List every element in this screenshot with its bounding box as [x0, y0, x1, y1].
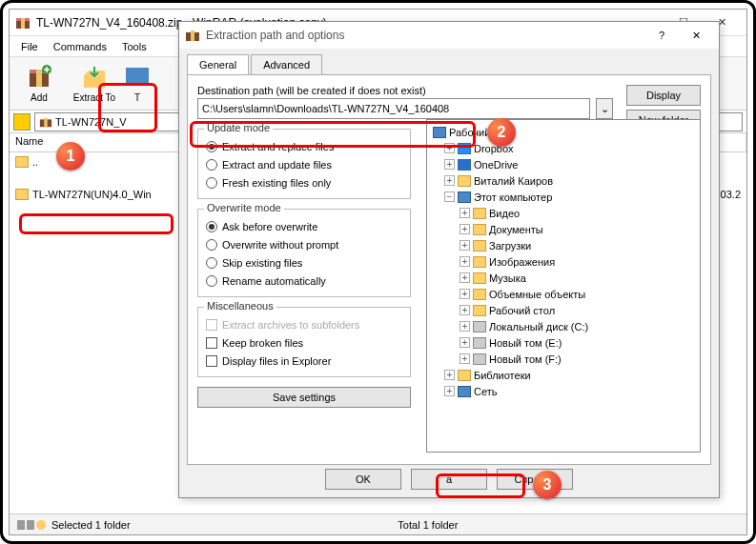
annotation-badge-3: 3: [533, 471, 562, 499]
tree-item-onedrive[interactable]: OneDrive: [474, 159, 518, 171]
tree-expand-icon[interactable]: +: [460, 240, 470, 251]
tree-expand-icon[interactable]: +: [460, 208, 470, 218]
cancel-button[interactable]: а: [411, 469, 487, 490]
toolbar-extract-to-button[interactable]: Extract To: [69, 59, 120, 109]
destination-path-input[interactable]: C:\Users\slamn\Downloads\TL-WN727N_V4_16…: [197, 98, 590, 119]
dialog-buttons: OK а Справка: [179, 469, 719, 490]
radio-extract-replace[interactable]: [206, 141, 217, 152]
tree-item-videos[interactable]: Видео: [489, 208, 520, 219]
svg-rect-10: [44, 117, 48, 127]
tree-expand-icon[interactable]: +: [460, 305, 470, 315]
folder-icon: [473, 272, 486, 284]
tree-collapse-icon[interactable]: −: [444, 191, 455, 202]
tree-expand-icon[interactable]: +: [444, 159, 455, 170]
tree-expand-icon[interactable]: +: [460, 353, 470, 364]
tree-expand-icon[interactable]: +: [444, 175, 455, 186]
radio-label: Rename automatically: [222, 275, 326, 287]
tree-expand-icon[interactable]: +: [460, 289, 470, 299]
dialog-help-button[interactable]: ?: [644, 30, 679, 41]
app-icon: [15, 15, 31, 30]
up-button[interactable]: [13, 113, 31, 131]
parent-folder-label: ..: [32, 156, 38, 168]
radio-skip-existing[interactable]: [206, 257, 217, 269]
tree-item-user[interactable]: Виталий Каиров: [474, 175, 553, 187]
toolbar-add-label: Add: [31, 92, 48, 103]
svg-rect-15: [191, 30, 194, 41]
tree-item-downloads[interactable]: Загрузки: [489, 240, 531, 252]
folder-icon: [473, 240, 486, 252]
folder-icon: [473, 289, 486, 300]
toolbar-test-button[interactable]: T: [124, 59, 151, 109]
tree-expand-icon[interactable]: +: [460, 272, 470, 283]
status-right: Total 1 folder: [398, 519, 739, 531]
tree-expand-icon[interactable]: +: [460, 256, 470, 267]
extraction-dialog: Extraction path and options ? ✕ General …: [178, 21, 720, 498]
tree-item-documents[interactable]: Документы: [489, 224, 543, 235]
tree-item-thispc[interactable]: Этот компьютер: [474, 191, 552, 203]
radio-label: Ask before overwrite: [222, 221, 317, 232]
tree-expand-icon[interactable]: +: [460, 321, 470, 332]
update-mode-legend: Update mode: [204, 122, 273, 133]
menu-commands[interactable]: Commands: [46, 39, 114, 54]
overwrite-mode-group: Overwrite mode Ask before overwrite Over…: [197, 209, 411, 297]
tree-item-music[interactable]: Музыка: [489, 272, 526, 284]
radio-label: Fresh existing files only: [222, 177, 331, 189]
check-keep-broken[interactable]: [206, 337, 217, 349]
tab-advanced[interactable]: Advanced: [251, 54, 322, 74]
tree-item-libraries[interactable]: Библиотеки: [474, 370, 531, 381]
folder-tree[interactable]: Рабочий стол +Dropbox +OneDrive +Виталий…: [426, 119, 701, 453]
dialog-close-button[interactable]: ✕: [679, 30, 713, 42]
tab-panel: Display New folder Destination path (wil…: [187, 74, 711, 465]
toolbar-extract-label: Extract To: [73, 92, 115, 103]
tree-item-drive-c[interactable]: Локальный диск (C:): [489, 321, 588, 332]
radio-extract-update[interactable]: [206, 159, 217, 171]
radio-ask-before[interactable]: [206, 221, 217, 232]
folder-name: TL-WN727N(UN)4.0_Win: [32, 189, 152, 200]
folder-icon: [473, 208, 486, 219]
menu-tools[interactable]: Tools: [114, 39, 154, 54]
menu-file[interactable]: File: [13, 39, 46, 54]
ok-button[interactable]: OK: [325, 469, 401, 490]
tree-item-pictures[interactable]: Изображения: [489, 256, 555, 268]
check-display-explorer[interactable]: [206, 355, 217, 367]
misc-group: Miscellaneous Extract archives to subfol…: [197, 307, 411, 377]
destination-dropdown-button[interactable]: ⌄: [596, 98, 613, 119]
save-settings-button[interactable]: Save settings: [197, 387, 411, 408]
status-left: Selected 1 folder: [51, 519, 398, 531]
onedrive-icon: [458, 159, 471, 171]
extract-icon: [81, 64, 108, 91]
radio-overwrite-noprompt[interactable]: [206, 239, 217, 251]
destination-label: Destination path (will be created if doe…: [197, 85, 701, 96]
radio-rename-auto[interactable]: [206, 275, 217, 287]
overwrite-mode-legend: Overwrite mode: [204, 202, 284, 213]
radio-fresh-existing[interactable]: [206, 177, 217, 189]
check-label: Keep broken files: [222, 337, 303, 349]
tabstrip: General Advanced: [179, 49, 719, 74]
tree-item-3dobjects[interactable]: Объемные объекты: [489, 289, 585, 300]
tree-item-drive-e[interactable]: Новый том (E:): [489, 337, 562, 349]
tree-item-network[interactable]: Сеть: [474, 386, 497, 397]
path-text: TL-WN727N_V: [55, 116, 127, 128]
drive-icon: [473, 337, 486, 349]
drive-icon: [473, 353, 486, 365]
archive-icon: [39, 115, 52, 129]
radio-label: Skip existing files: [222, 257, 302, 269]
svg-rect-5: [36, 70, 42, 87]
tab-general[interactable]: General: [187, 54, 249, 74]
pc-icon: [458, 191, 471, 203]
tree-expand-icon[interactable]: +: [460, 337, 470, 348]
tree-expand-icon[interactable]: +: [444, 143, 455, 153]
check-label: Display files in Explorer: [222, 355, 331, 367]
display-button[interactable]: Display: [626, 85, 701, 106]
dropbox-icon: [458, 143, 471, 154]
desktop-icon: [433, 127, 446, 138]
tree-item-drive-f[interactable]: Новый том (F:): [489, 353, 562, 365]
tree-expand-icon[interactable]: +: [444, 386, 455, 396]
svg-rect-8: [126, 68, 149, 85]
tree-expand-icon[interactable]: +: [444, 370, 455, 380]
toolbar-test-label: T: [134, 92, 140, 103]
toolbar-add-button[interactable]: Add: [13, 59, 65, 109]
check-label: Extract archives to subfolders: [222, 319, 359, 331]
tree-expand-icon[interactable]: +: [460, 224, 470, 234]
tree-item-desktop2[interactable]: Рабочий стол: [489, 305, 555, 316]
